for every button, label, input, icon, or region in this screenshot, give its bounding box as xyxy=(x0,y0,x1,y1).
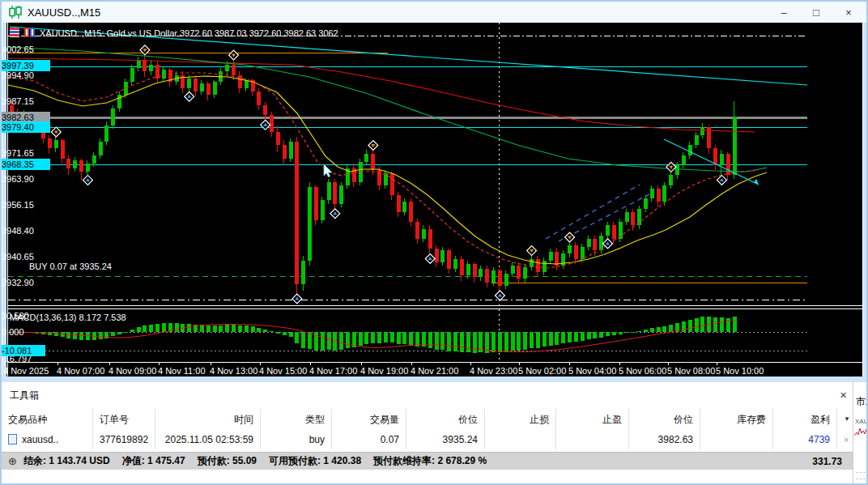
column-header[interactable]: 交易品种 xyxy=(2,409,93,430)
column-header[interactable]: 交易量 xyxy=(332,409,406,430)
svg-text:3940.65: 3940.65 xyxy=(2,252,34,262)
position-row[interactable]: xauusd..3776198922025.11.05 02:53:59buy0… xyxy=(2,430,853,449)
toolbox-title: 工具箱 xyxy=(10,389,39,402)
one-click-trading-icon[interactable] xyxy=(10,28,19,37)
position-cell: 4739 xyxy=(773,430,837,449)
plus-circle-icon[interactable]: ⊕ xyxy=(8,455,17,467)
svg-text:4002.65: 4002.65 xyxy=(2,45,34,54)
toolbox-close-icon[interactable]: × xyxy=(840,388,847,402)
market-watch-title: 市场 xyxy=(856,395,868,409)
svg-text:5 Nov 06:00: 5 Nov 06:00 xyxy=(619,366,666,376)
title-bar: XAUUSD..,M15 – □ × xyxy=(2,2,866,23)
svg-text:3956.15: 3956.15 xyxy=(2,200,34,210)
chart-symbol-header: XAUUSD..,M15: Gold vs US Dollar 3972.60 … xyxy=(40,28,338,38)
svg-text:3994.90: 3994.90 xyxy=(2,70,34,80)
svg-text:3979.40: 3979.40 xyxy=(2,122,34,132)
column-header[interactable]: 订单号 xyxy=(93,409,155,430)
column-header[interactable]: 类型 xyxy=(261,409,332,430)
market-watch-symbol: XAU xyxy=(855,418,868,425)
svg-text:3982.63: 3982.63 xyxy=(2,113,34,122)
svg-text:4 Nov 09:00: 4 Nov 09:00 xyxy=(108,366,156,376)
svg-text:5 Nov 08:00: 5 Nov 08:00 xyxy=(667,366,715,376)
chart-canvas[interactable]: 4002.653994.903987.153971.653963.903956.… xyxy=(2,23,868,380)
chart-plot[interactable]: 4002.653994.903987.153971.653963.903956.… xyxy=(2,23,868,380)
position-cell: buy xyxy=(261,430,332,449)
svg-text:4 Nov 21:00: 4 Nov 21:00 xyxy=(411,366,458,376)
window-title: XAUUSD..,M15 xyxy=(28,6,100,19)
depth-of-market-icon[interactable] xyxy=(24,28,36,37)
svg-text:3968.35: 3968.35 xyxy=(2,160,34,169)
sparkline-icon xyxy=(854,426,868,439)
status-profit-total: 331.73 xyxy=(812,456,842,467)
macd-indicator-label: MACD(13,36,13) 8.172 7.538 xyxy=(10,313,126,322)
svg-text:3997.39: 3997.39 xyxy=(2,61,34,70)
svg-text:4 Nov 13:00: 4 Nov 13:00 xyxy=(210,366,257,376)
status-balance: 结余: 1 143.74 USD xyxy=(23,454,110,468)
document-icon xyxy=(8,434,17,445)
svg-text:4 Nov 07:00: 4 Nov 07:00 xyxy=(57,366,104,376)
svg-text:3963.90: 3963.90 xyxy=(2,174,34,184)
app-logo-candles-icon xyxy=(8,6,23,19)
svg-text:4 Nov 19:00: 4 Nov 19:00 xyxy=(360,366,408,376)
status-equity: 净值: 1 475.47 xyxy=(122,454,185,468)
status-margin-level: 预付款维持率: 2 678.29 % xyxy=(373,454,487,468)
position-cell: 3982.63 xyxy=(629,430,700,449)
column-header[interactable]: 时间 xyxy=(155,409,261,430)
sort-dropdown-icon[interactable]: ▼ xyxy=(837,409,853,430)
svg-text:0.000: 0.000 xyxy=(2,327,24,337)
market-watch-tab[interactable]: 市场 XAU xyxy=(853,382,868,485)
svg-text:5 Nov 02:00: 5 Nov 02:00 xyxy=(518,366,566,376)
positions-table[interactable]: 交易品种订单号时间类型交易量价位止损止盈价位库存费盈利▼xauusd..3776… xyxy=(2,409,853,449)
svg-text:3987.15: 3987.15 xyxy=(2,96,34,106)
svg-text:4 Nov 23:00: 4 Nov 23:00 xyxy=(470,366,517,376)
column-header[interactable]: 库存费 xyxy=(700,409,773,430)
position-cell xyxy=(485,430,556,449)
maximize-button[interactable]: □ xyxy=(810,6,823,19)
column-header[interactable]: 止损 xyxy=(485,409,556,430)
column-header[interactable]: 止盈 xyxy=(556,409,629,430)
svg-text:4 Nov 17:00: 4 Nov 17:00 xyxy=(309,366,357,376)
svg-text:3948.40: 3948.40 xyxy=(2,226,34,236)
svg-text:5 Nov 04:00: 5 Nov 04:00 xyxy=(568,366,616,376)
close-position-icon[interactable]: × xyxy=(837,430,853,449)
position-cell: 0.07 xyxy=(332,430,406,449)
position-cell: 2025.11.05 02:53:59 xyxy=(155,430,261,449)
position-cell xyxy=(556,430,629,449)
svg-text:3971.65: 3971.65 xyxy=(2,148,34,158)
svg-text:-10.081: -10.081 xyxy=(2,346,32,355)
account-status-bar: ⊕ 结余: 1 143.74 USD 净值: 1 475.47 预付款: 55.… xyxy=(2,452,853,470)
svg-text:4 Nov 15:00: 4 Nov 15:00 xyxy=(259,366,307,376)
svg-text:4 Nov 2025: 4 Nov 2025 xyxy=(3,366,49,376)
toolbox-panel: 工具箱 × 交易品种订单号时间类型交易量价位止损止盈价位库存费盈利▼xauusd… xyxy=(2,380,868,485)
position-cell: 3935.24 xyxy=(406,430,485,449)
column-header[interactable]: 盈利 xyxy=(773,409,837,430)
close-button[interactable]: × xyxy=(842,6,855,19)
position-buy-label: BUY 0.07 at 3935.24 xyxy=(29,262,112,271)
svg-text:5 Nov 10:00: 5 Nov 10:00 xyxy=(716,366,764,376)
status-free-margin: 可用预付款: 1 420.38 xyxy=(269,454,361,468)
column-header[interactable]: 价位 xyxy=(406,409,485,430)
status-margin: 预付款: 55.09 xyxy=(198,454,257,468)
svg-text:3932.90: 3932.90 xyxy=(2,278,34,287)
terminal-window: XAUUSD..,M15 – □ × 4002.653994.903987.15… xyxy=(0,0,868,485)
svg-text:4 Nov 11:00: 4 Nov 11:00 xyxy=(158,366,206,376)
position-cell xyxy=(700,430,773,449)
position-cell: 377619892 xyxy=(93,430,155,449)
position-cell: xauusd.. xyxy=(2,430,93,449)
minimize-button[interactable]: – xyxy=(777,6,790,19)
column-header[interactable]: 价位 xyxy=(629,409,700,430)
